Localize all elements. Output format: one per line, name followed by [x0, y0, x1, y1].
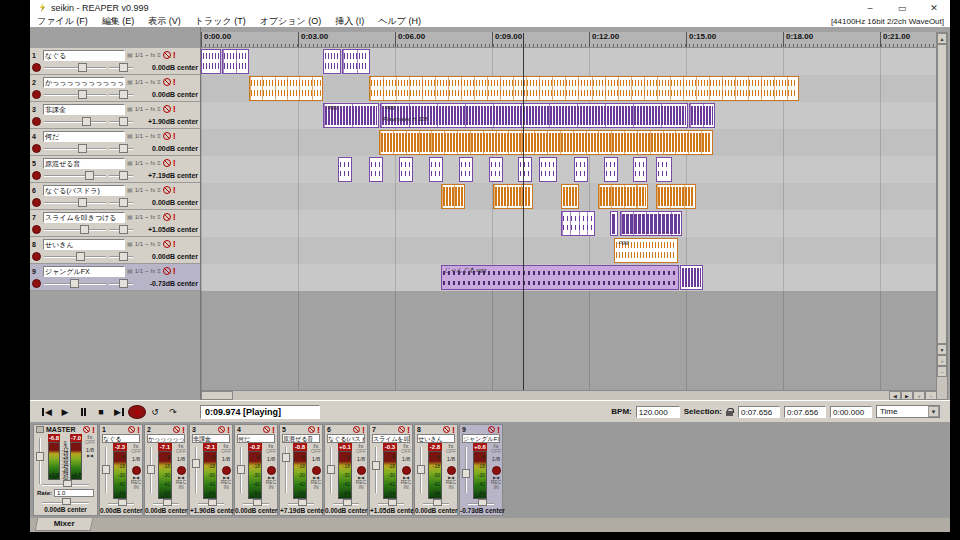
- fader-icon[interactable]: ≡: [157, 187, 161, 193]
- track-name-input[interactable]: スライムを叩きつける: [43, 212, 125, 223]
- audio-clip[interactable]: [249, 76, 323, 101]
- record-arm-button[interactable]: [132, 466, 141, 475]
- record-arm-button[interactable]: [32, 279, 41, 288]
- strip-pan-slider[interactable]: [468, 499, 494, 507]
- strip-pan-slider[interactable]: [288, 499, 314, 507]
- pan-slider[interactable]: [109, 171, 133, 180]
- timeline-ruler[interactable]: 0:00.000:03.000:06.000:09.000:12.000:15.…: [201, 32, 937, 48]
- audio-clip[interactable]: .ogg: [323, 103, 379, 128]
- mute-button[interactable]: [163, 105, 171, 113]
- envelope-icon[interactable]: ~: [145, 79, 149, 85]
- folder-icon[interactable]: ▤: [127, 132, 133, 140]
- folder-icon[interactable]: ▤: [127, 240, 133, 248]
- master-mute-button[interactable]: [83, 426, 90, 433]
- io-button[interactable]: 1/8: [174, 456, 188, 462]
- volume-slider[interactable]: [44, 171, 106, 180]
- strip-fader[interactable]: [102, 447, 110, 493]
- mixer-strip[interactable]: 6!なぐる(バスドラ)+0.1-6-18-30-42-54fxOFF1/8▶◀R…: [324, 424, 368, 516]
- master-rate-slider[interactable]: [42, 498, 89, 506]
- audio-clip[interactable]: [489, 157, 503, 182]
- strip-pan-slider[interactable]: [198, 499, 224, 507]
- fader-icon[interactable]: ≡: [157, 160, 161, 166]
- audio-clip[interactable]: [620, 211, 682, 236]
- envelope-icon[interactable]: ~: [145, 106, 149, 112]
- strip-solo-button[interactable]: !: [362, 426, 365, 434]
- strip-mute-button[interactable]: [218, 426, 225, 433]
- solo-button[interactable]: !: [173, 159, 176, 167]
- solo-button[interactable]: !: [173, 267, 176, 275]
- volume-slider[interactable]: [44, 225, 106, 234]
- pan-slider[interactable]: [109, 144, 133, 153]
- selection-lock-icon[interactable]: [726, 408, 734, 416]
- strip-mute-button[interactable]: [173, 426, 180, 433]
- strip-pan-slider[interactable]: [108, 499, 134, 507]
- strip-mute-button[interactable]: [443, 426, 450, 433]
- folder-icon[interactable]: ▤: [127, 51, 133, 59]
- track-lane[interactable]: [201, 237, 937, 264]
- mute-button[interactable]: [163, 186, 171, 194]
- audio-clip[interactable]: [429, 157, 443, 182]
- audio-clip[interactable]: [493, 184, 533, 209]
- fx-button[interactable]: fx: [151, 268, 156, 274]
- envelope-icon[interactable]: ~: [145, 52, 149, 58]
- folder-icon[interactable]: ▤: [127, 105, 133, 113]
- io-button[interactable]: 1/1: [135, 187, 143, 193]
- strip-fader[interactable]: [462, 447, 470, 493]
- mono-icon[interactable]: ▶◀: [83, 453, 97, 458]
- io-button[interactable]: 1/1: [135, 241, 143, 247]
- io-button[interactable]: 1/8: [489, 456, 503, 462]
- record-arm-button[interactable]: [32, 117, 41, 126]
- maximize-button[interactable]: ▭: [886, 0, 918, 15]
- mixer-strip[interactable]: 2!かっっっっっっっっっっっっっった-7.1-6-18-30-42-54fxOF…: [144, 424, 188, 516]
- audio-clip[interactable]: [689, 103, 715, 128]
- window-icon[interactable]: [36, 426, 44, 433]
- track-name-input[interactable]: せいきん: [43, 239, 125, 250]
- strip-solo-button[interactable]: !: [182, 426, 185, 434]
- track-name-input[interactable]: 非課金: [43, 104, 125, 115]
- strip-solo-button[interactable]: !: [452, 426, 455, 434]
- strip-solo-button[interactable]: !: [407, 426, 410, 434]
- audio-clip[interactable]: [656, 184, 696, 209]
- fx-button[interactable]: fx: [151, 106, 156, 112]
- audio-clip[interactable]: [369, 157, 383, 182]
- track-row[interactable]: 5原混ぜる音▤1/1~fx≡!+7.19dB center: [30, 156, 200, 183]
- folder-icon[interactable]: ▤: [127, 186, 133, 194]
- io-button[interactable]: 1/8: [444, 456, 458, 462]
- strip-solo-button[interactable]: !: [272, 426, 275, 434]
- envelope-icon[interactable]: ~: [145, 268, 149, 274]
- repeat-button[interactable]: ↺: [146, 405, 164, 419]
- volume-slider[interactable]: [44, 144, 106, 153]
- track-row[interactable]: 1なぐる▤1/1~fx≡!0.00dB center: [30, 48, 200, 75]
- fader-icon[interactable]: ≡: [157, 106, 161, 112]
- mute-button[interactable]: [163, 159, 171, 167]
- audio-clip[interactable]: [323, 49, 341, 74]
- io-button[interactable]: 1/8: [354, 456, 368, 462]
- track-row[interactable]: 4何だ▤1/1~fx≡!0.00dB center: [30, 129, 200, 156]
- strip-mute-button[interactable]: [398, 426, 405, 433]
- audio-clip[interactable]: [459, 157, 473, 182]
- track-lane[interactable]: [201, 156, 937, 183]
- master-solo-button[interactable]: !: [92, 426, 95, 434]
- io-button[interactable]: 1/8: [129, 456, 143, 462]
- io-button[interactable]: 1/8: [264, 456, 278, 462]
- mixer-tab[interactable]: Mixer: [35, 518, 94, 531]
- vertical-scroll-thumb[interactable]: [937, 44, 947, 344]
- audio-clip[interactable]: [369, 76, 799, 101]
- mute-button[interactable]: [163, 240, 171, 248]
- envelope-icon[interactable]: ~: [145, 133, 149, 139]
- pause-button[interactable]: [74, 405, 92, 419]
- record-arm-button[interactable]: [32, 225, 41, 234]
- record-arm-button[interactable]: [447, 466, 456, 475]
- audio-clip[interactable]: [680, 265, 703, 290]
- track-row[interactable]: 8せいきん▤1/1~fx≡!0.00dB center: [30, 237, 200, 264]
- pan-slider[interactable]: [109, 225, 133, 234]
- io-button[interactable]: 1/8: [219, 456, 233, 462]
- mixer-strip[interactable]: 1!なぐる-2.3-6-18-30-42-54fxOFF1/8▶◀RECIN0.…: [99, 424, 143, 516]
- audio-clip[interactable]: [201, 49, 221, 74]
- record-arm-button[interactable]: [312, 466, 321, 475]
- track-name-input[interactable]: かっっっっっっっっっっっっっった: [43, 77, 125, 88]
- scroll-right-icon[interactable]: ▶: [901, 391, 913, 400]
- mixer-strip[interactable]: 9!ジャングルFX+0.6-6-18-30-42-54fxOFF1/8▶◀REC…: [459, 424, 503, 516]
- audio-clip[interactable]: [604, 157, 618, 182]
- volume-slider[interactable]: [44, 117, 106, 126]
